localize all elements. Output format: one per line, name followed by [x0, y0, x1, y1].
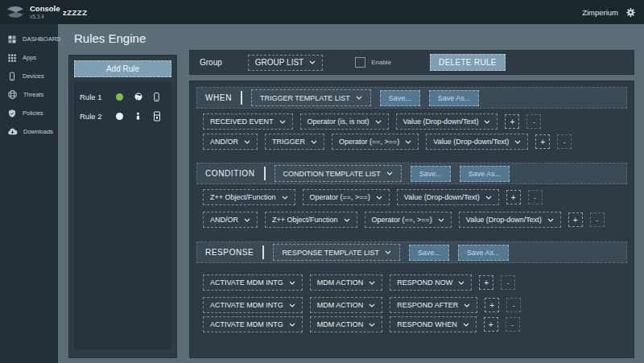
response-row-1: ACTIVATE MDM INTG MDM ACTION RESPOND NOW…	[196, 274, 627, 291]
object-function-dropdown[interactable]: Z++ Object/Function	[265, 212, 357, 228]
chevron-down-icon	[244, 218, 250, 222]
value-dropdown[interactable]: Value (Drop-down/Text)	[459, 212, 561, 228]
respond-timing-dropdown[interactable]: RESPOND NOW	[390, 274, 472, 291]
add-row-button[interactable]: +	[484, 317, 498, 332]
sidebar-item-apps[interactable]: Apps	[0, 48, 58, 67]
group-bar: Group GROUP LIST Enable DELETE RULE	[189, 50, 634, 75]
chevron-down-icon	[309, 60, 316, 64]
remove-row-button[interactable]: -	[506, 317, 520, 332]
trigger-dropdown[interactable]: TRIGGER	[265, 134, 324, 150]
operator-dropdown[interactable]: Operator (==, >==)	[332, 134, 419, 150]
delete-rule-button[interactable]: DELETE RULE	[430, 54, 506, 71]
main-content: Rules Engine Add Rule Rule 1	[58, 24, 644, 363]
response-template-dropdown[interactable]: RESPONSE TEMPLATE LIST	[273, 244, 400, 261]
chevron-down-icon	[279, 120, 286, 124]
sidebar-item-dashboard[interactable]: DASHBOARD	[0, 30, 58, 48]
threats-icon	[7, 89, 18, 100]
save-button[interactable]: Save...	[411, 166, 451, 182]
mdm-action-dropdown[interactable]: MDM ACTION	[310, 297, 383, 313]
save-as-button[interactable]: Save As...	[460, 166, 510, 182]
mdm-integration-dropdown[interactable]: ACTIVATE MDM INTG	[203, 316, 303, 332]
enable-checkbox[interactable]	[355, 57, 365, 68]
sidebar-item-threats[interactable]: Threats	[0, 85, 58, 104]
remove-row-button[interactable]: -	[590, 212, 605, 227]
andor-dropdown[interactable]: AND/OR	[203, 212, 258, 228]
add-row-button[interactable]: +	[535, 134, 550, 149]
add-row-button[interactable]: +	[568, 212, 583, 227]
respond-timing-dropdown[interactable]: RESPOND AFTER	[390, 297, 477, 313]
divider	[264, 167, 266, 180]
chevron-down-icon	[385, 250, 391, 254]
rule-list-item[interactable]: Rule 2	[80, 108, 166, 124]
mdm-integration-dropdown[interactable]: ACTIVATE MDM INTG	[203, 274, 303, 291]
rule-status-dot	[116, 93, 123, 101]
operator-dropdown[interactable]: Operator (==, >==)	[365, 212, 452, 228]
save-as-button[interactable]: Save As...	[429, 90, 480, 106]
condition-template-dropdown[interactable]: CONDITION TEMPLATE LIST	[275, 165, 402, 182]
respond-timing-dropdown[interactable]: RESPOND WHEN	[390, 316, 477, 332]
chevron-down-icon	[458, 281, 464, 285]
chevron-down-icon	[369, 323, 375, 327]
sidebar-item-devices[interactable]: Devices	[0, 67, 58, 85]
topbar-right: Zimperium	[582, 7, 644, 18]
save-as-button[interactable]: Save As...	[458, 245, 509, 261]
andor-dropdown[interactable]: AND/OR	[203, 134, 258, 150]
rules-engine-screen: Console v5.3.4 zZZZZ Zimperium	[0, 0, 644, 363]
response-row-2: ACTIVATE MDM INTG MDM ACTION RESPOND AFT…	[196, 297, 627, 313]
chevron-down-icon	[311, 140, 317, 144]
mdm-action-dropdown[interactable]: MDM ACTION	[310, 316, 383, 332]
remove-row-button[interactable]: -	[528, 190, 543, 204]
person-icon	[129, 111, 147, 121]
chevron-down-icon	[369, 281, 375, 285]
chevron-down-icon	[282, 196, 288, 200]
save-button[interactable]: Save...	[380, 90, 420, 106]
value-dropdown[interactable]: Value (Drop-down/Text)	[396, 113, 498, 130]
remove-row-button[interactable]: -	[506, 298, 521, 312]
environment-label: zZZZZ	[63, 8, 87, 17]
chevron-down-icon	[438, 218, 444, 222]
mdm-action-dropdown[interactable]: MDM ACTION	[310, 274, 383, 291]
add-row-button[interactable]: +	[485, 298, 499, 312]
rule-name: Rule 2	[80, 112, 111, 121]
downloads-icon	[7, 126, 18, 137]
operator-dropdown[interactable]: Operator (==, >==)	[303, 189, 390, 205]
save-button[interactable]: Save...	[409, 245, 449, 261]
operator-dropdown[interactable]: Operator (is, is not)	[300, 113, 389, 130]
chevron-down-icon	[514, 140, 521, 144]
remove-row-button[interactable]: -	[501, 275, 515, 290]
condition-row-2: AND/OR Z++ Object/Function Operator (==,…	[196, 212, 627, 228]
event-dropdown[interactable]: RECEIVED EVENT	[203, 113, 293, 130]
chevron-down-icon	[289, 281, 295, 285]
value-dropdown[interactable]: Value (Drop-down/Text)	[397, 189, 499, 205]
mdm-integration-dropdown[interactable]: ACTIVATE MDM INTG	[203, 297, 303, 313]
chevron-down-icon	[356, 96, 362, 100]
chevron-down-icon	[376, 196, 382, 200]
chevron-down-icon	[289, 323, 295, 327]
apps-icon	[7, 53, 17, 63]
chevron-down-icon	[405, 140, 411, 144]
group-list-dropdown[interactable]: GROUP LIST	[248, 55, 323, 71]
trigger-template-dropdown[interactable]: TRIGGER TEMPLATE LIST	[251, 89, 371, 106]
add-row-button[interactable]: +	[505, 114, 519, 129]
sidebar-item-policies[interactable]: Policies	[0, 104, 58, 122]
devices-icon	[7, 72, 17, 81]
section-title: CONDITION	[205, 169, 255, 178]
account-label[interactable]: Zimperium	[582, 8, 618, 17]
enable-label: Enable	[371, 59, 391, 66]
dropdown-value: TRIGGER TEMPLATE LIST	[260, 94, 350, 102]
remove-row-button[interactable]: -	[557, 134, 572, 149]
value-dropdown[interactable]: Value (Drop-down/Text)	[426, 134, 528, 150]
add-row-button[interactable]: +	[506, 190, 521, 204]
add-row-button[interactable]: +	[479, 275, 493, 290]
sidebar-item-downloads[interactable]: Downloads	[0, 122, 58, 141]
add-rule-button[interactable]: Add Rule	[74, 60, 171, 77]
chevron-down-icon	[485, 196, 492, 200]
rule-builder-panel: WHEN TRIGGER TEMPLATE LIST Save... Save …	[189, 80, 634, 358]
page-title: Rules Engine	[74, 31, 146, 45]
gear-icon[interactable]	[625, 7, 636, 18]
object-function-dropdown[interactable]: Z++ Object/Function	[203, 189, 295, 205]
phone-icon	[147, 92, 166, 102]
chevron-down-icon	[386, 171, 393, 175]
remove-row-button[interactable]: -	[526, 114, 541, 129]
rule-list-item[interactable]: Rule 1	[80, 89, 166, 105]
